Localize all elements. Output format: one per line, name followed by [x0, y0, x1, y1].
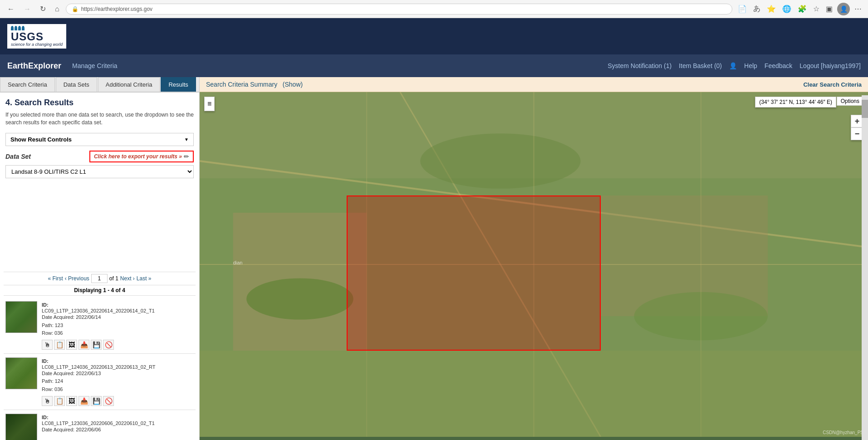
- result-thumb-image-3: [6, 414, 37, 440]
- svg-point-6: [246, 278, 353, 319]
- wave-4: [22, 26, 25, 30]
- result-id-value-3: LC08_L1TP_123036_20220606_20220610_02_T1: [42, 420, 194, 426]
- result-thumb-3: [5, 414, 37, 440]
- translate-icon[interactable]: 🌐: [780, 4, 793, 14]
- result-id-value-1: LC09_L1TP_123036_20220614_20220614_02_T1: [42, 308, 194, 313]
- result-info-3: ID: LC08_L1TP_123036_20220606_20220610_0…: [42, 414, 194, 440]
- item-basket-link[interactable]: Item Basket (0): [679, 62, 722, 69]
- result-actions-1: 🖱 📋 🖼 📥 💾 🚫: [42, 340, 194, 350]
- result-id-label-1: ID:: [42, 302, 49, 308]
- tab-search-criteria[interactable]: Search Criteria: [0, 77, 55, 92]
- map-layer-button[interactable]: ≡: [204, 97, 215, 111]
- result-id-row-2: ID:: [42, 357, 194, 364]
- map-header: Search Criteria Summary (Show) Clear Sea…: [200, 77, 868, 92]
- browse-icon-2[interactable]: 📋: [54, 396, 65, 406]
- result-date-2: Date Acquired: 2022/06/13: [42, 370, 194, 378]
- map-header-title: Search Criteria Summary: [206, 81, 277, 88]
- back-button[interactable]: ←: [5, 4, 17, 14]
- extension-icon[interactable]: ⭐: [765, 4, 778, 14]
- tab-results[interactable]: Results: [161, 77, 196, 92]
- logout-link[interactable]: Logout [haiyang1997]: [799, 62, 861, 69]
- result-thumb-image-2: [6, 358, 37, 389]
- puzzle-icon[interactable]: 🧩: [796, 4, 809, 14]
- result-row-1: Row: 036: [42, 329, 194, 337]
- reader-view-icon[interactable]: あ: [751, 3, 762, 15]
- pagination-next[interactable]: Next ›: [120, 275, 135, 282]
- browser-bar: ← → ↻ ⌂ 🔒 https://earthexplorer.usgs.gov…: [0, 0, 868, 18]
- map-area[interactable]: dian ≡ (34° 37′ 21″ N, 113° 44′ 46″ E) O…: [200, 92, 868, 437]
- displaying-text: Displaying 1 - 4 of 4: [4, 285, 196, 296]
- compare-icon-2[interactable]: 🖼: [66, 396, 77, 406]
- clear-search-criteria-btn[interactable]: Clear Search Criteria: [803, 81, 862, 88]
- map-show-label[interactable]: (Show): [283, 81, 303, 88]
- tab-data-sets[interactable]: Data Sets: [56, 77, 97, 92]
- download-icon-2[interactable]: 💾: [91, 396, 102, 406]
- result-path-1: Path: 123: [42, 322, 194, 330]
- map-options-button[interactable]: Options: [837, 97, 863, 106]
- tab-additional-criteria[interactable]: Additional Criteria: [98, 77, 160, 92]
- result-thumb-2: [5, 357, 37, 389]
- right-scrollbar[interactable]: [862, 95, 868, 440]
- wave-2: [15, 26, 17, 30]
- exclude-icon-2[interactable]: 🚫: [103, 396, 114, 406]
- tabs-row: Search Criteria Data Sets Additional Cri…: [0, 77, 199, 93]
- result-meta-1: Date Acquired: 2022/06/14 Path: 123 Row:…: [42, 313, 194, 337]
- result-item-2: ID: LC08_L1TP_124036_20220613_20220613_0…: [4, 354, 196, 410]
- main-content: Search Criteria Data Sets Additional Cri…: [0, 77, 868, 440]
- reload-button[interactable]: ↻: [37, 4, 49, 14]
- result-path-2: Path: 124: [42, 377, 194, 386]
- result-info-1: ID: LC09_L1TP_123036_20220614_20220614_0…: [42, 301, 194, 350]
- more-options-icon[interactable]: ⋯: [853, 4, 863, 14]
- show-result-controls-dropdown[interactable]: Show Result Controls ▼: [5, 133, 194, 146]
- dataset-select[interactable]: Landsat 8-9 OLI/TIRS C2 L1: [5, 165, 194, 178]
- result-id-value-2: LC08_L1TP_124036_20220613_20220613_02_RT: [42, 364, 194, 370]
- browser-right-icons: 📄 あ ⭐ 🌐 🧩 ☆ ▣ 👤 ⋯: [736, 3, 863, 15]
- metadata-icon-2[interactable]: 📥: [78, 396, 89, 406]
- result-id-label-2: ID:: [42, 358, 49, 364]
- section-title: 4. Search Results: [5, 98, 194, 108]
- right-scrollbar-thumb: [862, 100, 868, 118]
- exclude-icon[interactable]: 🚫: [103, 340, 114, 350]
- map-highlight-area: [347, 196, 601, 351]
- compare-icon[interactable]: 🖼: [66, 340, 77, 350]
- manage-criteria-link[interactable]: Manage Criteria: [72, 62, 118, 69]
- result-id-label-3: ID:: [42, 415, 49, 420]
- result-id-row-1: ID:: [42, 301, 194, 308]
- result-id-row-3: ID:: [42, 414, 194, 420]
- help-link[interactable]: Help: [744, 62, 757, 69]
- result-item: ID: LC09_L1TP_123036_20220614_20220614_0…: [4, 298, 196, 354]
- pagination-previous[interactable]: ‹ Previous: [65, 275, 89, 282]
- home-button[interactable]: ⌂: [52, 4, 62, 14]
- footprint-icon[interactable]: 🖱: [42, 340, 53, 350]
- dropdown-arrow-icon: ▼: [184, 137, 189, 142]
- footprint-icon-2[interactable]: 🖱: [42, 396, 53, 406]
- svg-rect-13: [200, 351, 868, 437]
- favorites-icon[interactable]: ☆: [811, 4, 821, 14]
- left-panel: Search Criteria Data Sets Additional Cri…: [0, 77, 200, 440]
- system-notification-link[interactable]: System Notification (1): [608, 62, 672, 69]
- url-text: https://earthexplorer.usgs.gov: [81, 6, 152, 12]
- collections-icon[interactable]: ▣: [824, 4, 834, 14]
- feedback-link[interactable]: Feedback: [765, 62, 792, 69]
- svg-point-8: [420, 133, 581, 189]
- show-result-controls-label: Show Result Controls: [10, 136, 72, 143]
- address-bar[interactable]: 🔒 https://earthexplorer.usgs.gov: [66, 4, 732, 15]
- pagination-input[interactable]: [91, 274, 108, 283]
- read-mode-icon[interactable]: 📄: [736, 4, 749, 14]
- avatar[interactable]: 👤: [837, 3, 850, 15]
- usgs-logo-waves: [11, 26, 25, 30]
- pagination-last[interactable]: Last »: [137, 275, 152, 282]
- map-panel: Search Criteria Summary (Show) Clear Sea…: [200, 77, 868, 440]
- download-icon[interactable]: 💾: [91, 340, 102, 350]
- svg-text:dian: dian: [233, 260, 243, 265]
- forward-button[interactable]: →: [21, 4, 34, 14]
- export-link-box[interactable]: Click here to export your results » ✏: [89, 151, 194, 162]
- wave-3: [18, 26, 21, 30]
- results-scroll[interactable]: « First ‹ Previous of 1 Next › Last » Di…: [0, 272, 199, 440]
- map-coordinates: (34° 37′ 21″ N, 113° 44′ 46″ E): [755, 97, 836, 108]
- browse-icon[interactable]: 📋: [54, 340, 65, 350]
- app-nav-right: System Notification (1) Item Basket (0) …: [608, 62, 861, 69]
- metadata-icon[interactable]: 📥: [78, 340, 89, 350]
- pagination-first[interactable]: « First: [48, 275, 63, 282]
- result-row-2: Row: 036: [42, 386, 194, 394]
